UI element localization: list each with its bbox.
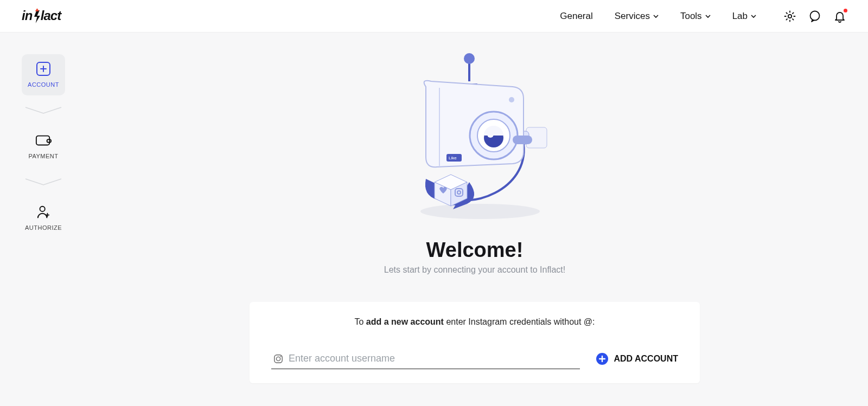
notifications-button[interactable] — [833, 10, 846, 23]
nav-general[interactable]: General — [560, 11, 592, 22]
svg-point-3 — [810, 11, 820, 20]
welcome-heading: Welcome! — [426, 239, 524, 262]
username-input[interactable] — [289, 353, 578, 364]
svg-point-11 — [464, 53, 475, 64]
chevron-down-icon — [653, 14, 659, 19]
header-icons — [783, 10, 846, 23]
main-content: Like Welcome! Lets — [81, 33, 868, 406]
instagram-icon — [273, 354, 283, 364]
card-instruction-suffix: enter Instagram credentials without @: — [444, 317, 595, 326]
chevron-down-icon — [751, 14, 756, 19]
svg-point-2 — [788, 14, 792, 17]
svg-point-12 — [509, 97, 514, 102]
step-separator-icon — [24, 106, 62, 115]
plus-circle-icon — [596, 353, 608, 365]
svg-text:Like: Like — [449, 156, 457, 160]
nav-general-label: General — [560, 11, 592, 22]
svg-point-6 — [40, 207, 45, 211]
add-account-card: To add a new account enter Instagram cre… — [250, 302, 700, 383]
card-instruction-prefix: To — [354, 317, 366, 326]
chevron-down-icon — [705, 14, 711, 19]
nav-lab[interactable]: Lab — [732, 11, 756, 22]
chat-icon — [808, 10, 821, 23]
input-row: ADD ACCOUNT — [271, 349, 678, 369]
nav-tools[interactable]: Tools — [680, 11, 711, 22]
sidebar-step-payment[interactable]: PAYMENT — [22, 126, 65, 167]
gear-icon — [783, 10, 796, 23]
sidebar-account-label: ACCOUNT — [28, 81, 59, 88]
header: in lact General Services Tools Lab — [0, 0, 868, 33]
welcome-subtitle: Lets start by connecting your account to… — [384, 265, 565, 275]
nav-lab-label: Lab — [732, 11, 748, 22]
nav-services[interactable]: Services — [615, 11, 659, 22]
chat-button[interactable] — [808, 10, 821, 23]
logo[interactable]: in lact — [22, 8, 81, 24]
sidebar-step-account[interactable]: ACCOUNT — [22, 54, 65, 95]
notification-dot-icon — [844, 9, 847, 12]
robot-illustration: Like — [388, 49, 561, 228]
sidebar-payment-label: PAYMENT — [28, 153, 58, 159]
sidebar-authorize-label: AUTHORIZE — [25, 224, 62, 231]
add-account-label: ADD ACCOUNT — [614, 354, 678, 364]
svg-text:lact: lact — [41, 8, 62, 23]
sidebar: ACCOUNT PAYMENT AUTHORIZE — [16, 54, 71, 239]
svg-point-23 — [280, 356, 281, 357]
add-account-button[interactable]: ADD ACCOUNT — [596, 353, 678, 369]
nav-services-label: Services — [615, 11, 650, 22]
svg-text:in: in — [22, 8, 33, 23]
settings-button[interactable] — [783, 10, 796, 23]
user-plus-icon — [35, 205, 52, 219]
step-separator-icon — [24, 178, 62, 186]
svg-point-7 — [420, 204, 540, 219]
wallet-icon — [35, 133, 52, 147]
card-instruction: To add a new account enter Instagram cre… — [271, 317, 678, 327]
nav-tools-label: Tools — [680, 11, 702, 22]
username-input-wrap — [271, 349, 580, 369]
card-instruction-bold: add a new account — [366, 317, 444, 326]
svg-point-22 — [276, 357, 280, 360]
sidebar-step-authorize[interactable]: AUTHORIZE — [22, 197, 65, 239]
plus-square-icon — [36, 62, 50, 76]
main-nav: General Services Tools Lab — [560, 11, 756, 22]
